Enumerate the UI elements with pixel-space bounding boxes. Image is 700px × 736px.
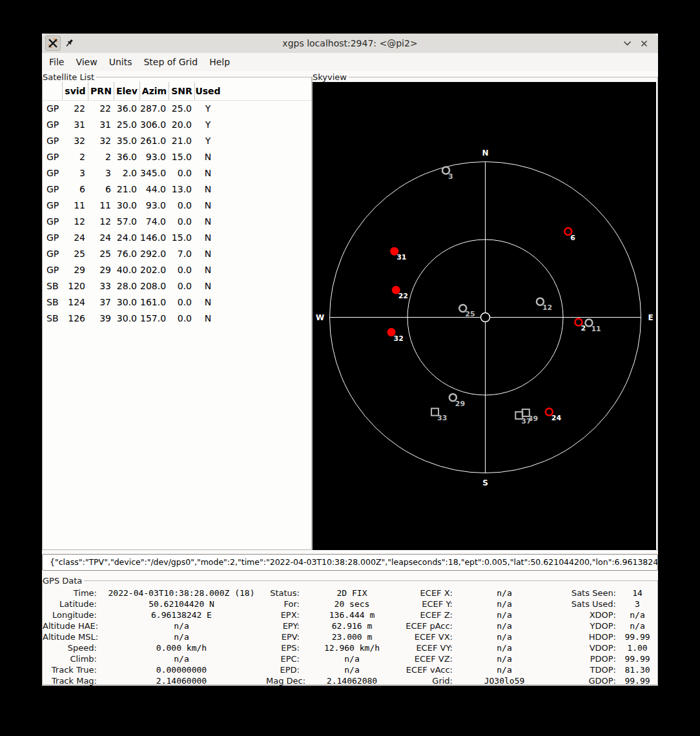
table-cell: 28.0	[114, 278, 140, 294]
menu-item-step-of-grid[interactable]: Step of Grid	[138, 54, 203, 70]
satellite-marker-24: 24	[546, 409, 562, 423]
column-header[interactable]: PRN	[88, 82, 114, 100]
gps-field-value: 14	[616, 588, 659, 598]
column-header[interactable]: svid	[63, 82, 88, 100]
table-cell: 161.0	[140, 294, 169, 311]
table-row[interactable]: GP6621.044.013.0N	[43, 181, 311, 198]
gps-field-label: Climb:	[43, 653, 97, 664]
shade-button[interactable]	[622, 38, 633, 49]
table-row[interactable]: GP121257.074.00.0N	[43, 214, 311, 230]
satellite-table: svidPRNElevAzimSNRUsedGP222236.0287.025.…	[43, 82, 311, 327]
gps-field-value: 20 secs	[300, 598, 404, 609]
table-cell: 208.0	[140, 278, 169, 294]
chevron-down-icon	[623, 41, 632, 46]
table-cell: 120	[63, 278, 88, 294]
table-row[interactable]: SB1263930.0157.00.0N	[43, 311, 311, 327]
table-row[interactable]: GP252576.0292.07.0N	[43, 246, 311, 262]
table-cell: 31	[63, 117, 88, 133]
gps-field-label: EPV:	[266, 631, 300, 642]
table-cell: GP	[43, 181, 63, 198]
table-cell: 76.0	[114, 246, 140, 262]
gps-field-value: 99.99	[616, 653, 659, 664]
satellite-label: 33	[437, 414, 447, 422]
table-row[interactable]: GP222236.0287.025.0Y	[43, 101, 311, 117]
table-row[interactable]: GP2236.093.015.0N	[43, 149, 311, 165]
gps-field-value: 2022-04-03T10:38:28.000Z (18)	[97, 588, 266, 598]
gps-field-value: n/a	[453, 588, 556, 598]
table-cell: 36.0	[114, 101, 140, 117]
column-header[interactable]: Used	[195, 82, 221, 100]
gps-field-label: ECEF Z:	[404, 609, 453, 620]
pin-icon[interactable]	[65, 39, 75, 48]
table-row[interactable]: GP332.0345.00.0N	[43, 165, 311, 181]
gps-field-value: n/a	[453, 642, 556, 653]
column-header[interactable]	[43, 82, 63, 100]
close-button[interactable]	[639, 38, 650, 49]
table-cell: 0.0	[169, 262, 195, 278]
menu-item-units[interactable]: Units	[103, 54, 138, 70]
table-cell: GP	[43, 165, 63, 181]
table-cell: 37	[88, 294, 114, 311]
xorg-app-icon[interactable]	[45, 36, 61, 51]
table-cell: 0.0	[169, 198, 195, 214]
gps-field-label: EPY:	[266, 620, 300, 631]
menu-item-help[interactable]: Help	[203, 54, 236, 70]
table-cell: 3	[63, 165, 88, 181]
gps-field-label: PDOP:	[556, 653, 616, 664]
table-cell: 35.0	[114, 133, 140, 149]
table-cell: N	[195, 181, 221, 198]
window-title: xgps localhost:2947: <@pi2>	[42, 38, 658, 48]
table-cell: 3	[88, 165, 114, 181]
table-cell: 11	[63, 198, 88, 214]
table-row[interactable]: GP111130.093.00.0N	[43, 198, 311, 214]
satellite-marker-31: 31	[390, 247, 406, 262]
gps-field-label: EPC:	[266, 653, 300, 664]
table-cell: 29	[88, 262, 114, 278]
table-header-row: svidPRNElevAzimSNRUsed	[43, 82, 311, 101]
gps-field-value: 0.00000000	[97, 664, 266, 675]
menu-item-file[interactable]: File	[43, 54, 70, 70]
table-row[interactable]: GP242424.0146.015.0N	[43, 230, 311, 246]
satellite-label: 6	[570, 234, 575, 242]
satellite-list-frame: Satellite List svidPRNElevAzimSNRUsedGP2…	[42, 77, 312, 550]
table-cell: 12	[63, 214, 88, 230]
menu-item-view[interactable]: View	[70, 54, 103, 70]
gps-field-label: Sats Seen:	[556, 588, 616, 598]
gps-field-value: n/a	[453, 653, 556, 664]
satellite-label: 24	[551, 414, 562, 422]
table-cell: 24	[88, 230, 114, 246]
satellite-label: 25	[465, 310, 475, 318]
column-header[interactable]: Azim	[140, 82, 169, 100]
table-cell: 15.0	[169, 149, 195, 165]
json-feed-entry[interactable]: {"class":"TPV","device":"/dev/gps0","mod…	[42, 554, 658, 571]
table-cell: 93.0	[140, 198, 169, 214]
gps-data-group: Time:2022-04-03T10:38:28.000Z (18)Latitu…	[43, 588, 266, 686]
table-row[interactable]: SB1203328.0208.00.0N	[43, 278, 311, 294]
table-cell: N	[195, 262, 221, 278]
table-row[interactable]: GP292940.0202.00.0N	[43, 262, 311, 278]
satellite-marker-6: 6	[564, 228, 575, 242]
gps-field-label: Sats Used:	[556, 598, 616, 609]
table-cell: 25	[88, 246, 114, 262]
column-header[interactable]: Elev	[114, 82, 140, 100]
satellite-label: 2	[581, 324, 586, 332]
table-cell: 124	[63, 294, 88, 311]
table-cell: SB	[43, 311, 63, 327]
table-cell: 36.0	[114, 149, 140, 165]
table-row[interactable]: GP313125.0306.020.0Y	[43, 117, 311, 133]
table-cell: Y	[195, 117, 221, 133]
table-row[interactable]: GP323235.0261.021.0Y	[43, 133, 311, 149]
column-header[interactable]: SNR	[169, 82, 195, 100]
gps-field-label: GDOP:	[556, 675, 616, 686]
satellite-marker-22: 22	[392, 286, 408, 301]
table-row[interactable]: SB1243730.0161.00.0N	[43, 294, 311, 311]
titlebar[interactable]: xgps localhost:2947: <@pi2>	[42, 34, 658, 54]
table-cell: 202.0	[140, 262, 169, 278]
table-cell: 93.0	[140, 149, 169, 165]
gps-field-label: ECEF vAcc:	[404, 664, 453, 675]
table-cell: GP	[43, 133, 63, 149]
table-cell: 24	[63, 230, 88, 246]
gps-field-label: Altitude MSL:	[43, 631, 97, 642]
gps-field-value: 2D FIX	[300, 588, 404, 598]
gps-data-group: ECEF X:n/aECEF Y:n/aECEF Z:n/aECEF pAcc:…	[404, 588, 556, 686]
